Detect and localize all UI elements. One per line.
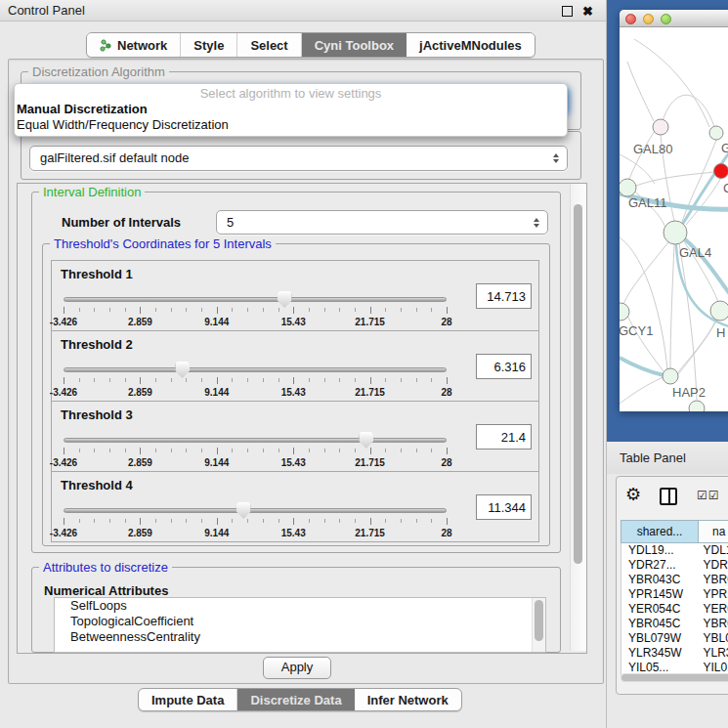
tick-label: 2.859 xyxy=(128,457,152,468)
tick-label: 9.144 xyxy=(204,317,229,327)
cell-name: YDL1 xyxy=(699,543,728,558)
tick-mark xyxy=(109,449,110,452)
threshold-2-slider[interactable]: -3.4262.8599.14415.4321.71528 xyxy=(64,361,447,400)
table-data-group: Table Data galFiltered.sif default node xyxy=(21,131,581,180)
threshold-1-value-field[interactable]: 14.713 xyxy=(476,283,532,309)
checkboxes-icon[interactable]: ☑☑ xyxy=(697,489,720,502)
table-row[interactable]: YDL19...YDL1 xyxy=(621,543,728,558)
network-node-GAL11[interactable] xyxy=(620,179,636,196)
tick-mark xyxy=(370,377,371,384)
threshold-4-value-field[interactable]: 11.344 xyxy=(476,494,532,520)
vertical-scrollbar[interactable] xyxy=(570,184,586,651)
zoom-traffic-light-icon[interactable] xyxy=(661,14,671,24)
numerical-attributes-list[interactable]: SelfLoopsTopologicalCoefficientBetweenne… xyxy=(54,597,546,653)
slider-thumb[interactable] xyxy=(236,502,251,519)
tab-network[interactable]: Network xyxy=(87,33,181,57)
column-header-shared-name[interactable]: shared... xyxy=(621,520,699,543)
tick-mark xyxy=(263,519,264,523)
network-node-GAL80[interactable] xyxy=(653,119,668,135)
tick-mark xyxy=(431,449,432,452)
threshold-2-value-field[interactable]: 6.316 xyxy=(476,354,532,379)
network-edge xyxy=(620,377,664,404)
list-item[interactable]: SelfLoops xyxy=(55,598,545,614)
network-edge xyxy=(623,242,668,304)
list-item[interactable]: TopologicalCoefficient xyxy=(55,614,545,629)
tick-mark xyxy=(370,307,371,314)
column-header-name[interactable]: na xyxy=(699,520,728,543)
scrollbar-thumb[interactable] xyxy=(621,674,728,681)
horizontal-scrollbar[interactable] xyxy=(621,673,728,682)
apply-button[interactable]: Apply xyxy=(263,657,331,679)
table-row[interactable]: YER054CYER0 xyxy=(621,602,728,617)
tick-label: 21.715 xyxy=(355,317,385,327)
menu-item-manual-discretization[interactable]: Manual Discretization xyxy=(15,102,567,117)
network-node-GCY1[interactable] xyxy=(620,303,629,321)
network-canvas[interactable]: GAL80G.CGAL11GAL4GCY1HHAP2 xyxy=(620,27,728,411)
network-node-red-node[interactable] xyxy=(714,164,728,179)
table-row[interactable]: YLR345WYLR3 xyxy=(621,646,728,661)
cell-name: YBR0 xyxy=(699,617,728,631)
tick-mark xyxy=(125,378,126,382)
tick-mark xyxy=(385,378,386,382)
tick-mark xyxy=(355,308,356,312)
menu-item-equal-width-frequency[interactable]: Equal Width/Frequency Discretization xyxy=(15,117,567,133)
float-window-icon[interactable] xyxy=(562,6,573,17)
tab-discretize-data[interactable]: Discretize Data xyxy=(237,689,354,710)
table-row[interactable]: YBL079WYBL0 xyxy=(621,631,728,646)
network-edge xyxy=(634,39,709,127)
tick-mark xyxy=(263,378,264,382)
threshold-3-value-field[interactable]: 21.4 xyxy=(476,424,532,450)
network-node-HAP2[interactable] xyxy=(663,368,678,384)
table-row[interactable]: YBR045CYBR0 xyxy=(621,617,728,631)
network-node-GAL4[interactable] xyxy=(664,221,687,244)
network-node-G-partial[interactable] xyxy=(709,126,723,140)
slider-thumb[interactable] xyxy=(278,291,292,308)
split-column-icon[interactable] xyxy=(660,488,677,505)
list-item[interactable]: BetweennessCentrality xyxy=(55,629,545,645)
slider-track[interactable] xyxy=(64,367,447,372)
tab-infer-network[interactable]: Infer Network xyxy=(355,689,461,710)
tick-mark xyxy=(171,449,172,452)
tab-style[interactable]: Style xyxy=(181,33,237,57)
tab-select[interactable]: Select xyxy=(237,33,301,57)
close-traffic-light-icon[interactable] xyxy=(625,14,636,24)
tick-mark xyxy=(201,519,202,523)
table-data-combobox[interactable]: galFiltered.sif default node xyxy=(29,146,568,171)
control-panel-tab-bar: NetworkStyleSelectCyni ToolboxjActiveMNo… xyxy=(86,32,535,58)
slider-thumb[interactable] xyxy=(359,432,373,449)
table-row[interactable]: YPR145WYPR1 xyxy=(621,587,728,602)
table-row[interactable]: YBR043CYBR0 xyxy=(621,573,728,587)
slider-thumb[interactable] xyxy=(175,362,190,378)
network-node-bottom-partial[interactable] xyxy=(689,401,705,411)
number-of-intervals-combobox[interactable]: 5 xyxy=(216,210,548,235)
scrollbar-thumb[interactable] xyxy=(574,204,582,564)
tick-label: 21.715 xyxy=(355,457,385,468)
list-scrollbar[interactable] xyxy=(532,598,545,652)
tab-cyni-toolbox[interactable]: Cyni Toolbox xyxy=(302,33,407,57)
network-edge xyxy=(678,320,716,372)
threshold-1-slider[interactable]: -3.4262.8599.14415.4321.71528 xyxy=(64,290,447,329)
network-view-frame: GAL80G.CGAL11GAL4GCY1HHAP2 xyxy=(607,0,728,442)
tick-mark xyxy=(416,308,417,312)
gear-icon[interactable]: ⚙ xyxy=(625,484,641,505)
cell-shared-name: YER054C xyxy=(621,602,699,617)
threshold-3-slider[interactable]: -3.4262.8599.14415.4321.71528 xyxy=(64,431,447,470)
tick-label: 28 xyxy=(441,317,451,327)
close-icon[interactable]: ✖ xyxy=(582,2,593,21)
tick-mark xyxy=(447,518,448,525)
threshold-4-panel: Threshold 4-3.4262.8599.14415.4321.71528… xyxy=(51,471,539,542)
tab-impute-data[interactable]: Impute Data xyxy=(139,689,237,710)
minimize-traffic-light-icon[interactable] xyxy=(643,14,654,24)
tick-mark xyxy=(278,378,279,382)
threshold-4-slider[interactable]: -3.4262.8599.14415.4321.71528 xyxy=(64,501,447,540)
slider-track[interactable] xyxy=(64,297,447,302)
slider-track[interactable] xyxy=(64,508,447,513)
scrollbar-thumb[interactable] xyxy=(535,600,543,641)
tab-jactivemnodules[interactable]: jActiveMNodules xyxy=(407,33,535,57)
tick-mark xyxy=(155,519,156,523)
network-node-H-partial[interactable] xyxy=(710,301,728,321)
tick-mark xyxy=(401,519,402,523)
slider-track[interactable] xyxy=(64,438,447,443)
table-row[interactable]: YDR27...YDR2 xyxy=(621,558,728,573)
threshold-2-panel: Threshold 2-3.4262.8599.14415.4321.71528… xyxy=(51,330,539,402)
